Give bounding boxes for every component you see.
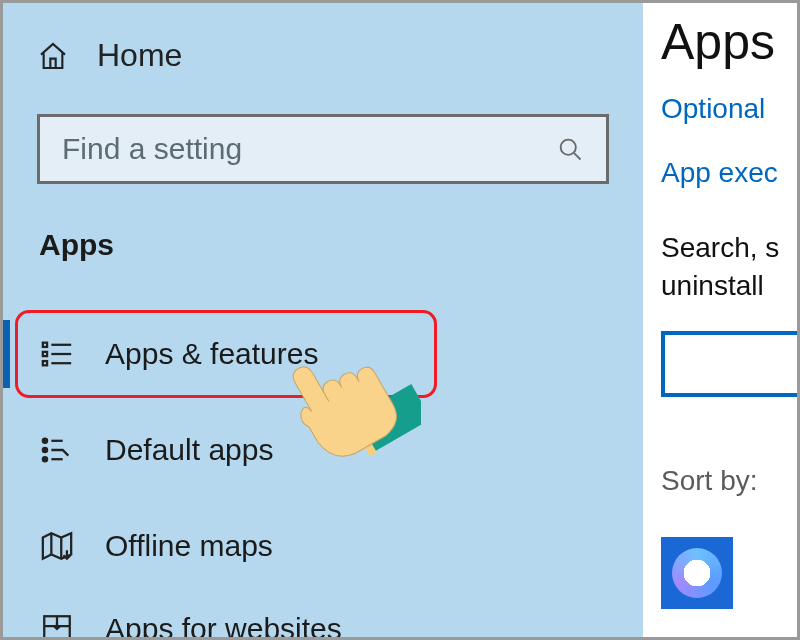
sidebar-item-label: Offline maps: [105, 529, 273, 563]
svg-point-8: [43, 439, 47, 443]
svg-point-11: [43, 457, 47, 461]
app-list-item[interactable]: [661, 537, 733, 609]
sidebar-item-apps-features[interactable]: Apps & features: [3, 306, 643, 402]
sidebar: Home Find a setting Apps: [3, 3, 643, 637]
sidebar-section-title: Apps: [39, 228, 643, 262]
app-search-input[interactable]: [661, 331, 800, 397]
link-optional-features[interactable]: Optional: [661, 93, 797, 125]
svg-line-1: [574, 153, 580, 159]
sidebar-item-label: Apps for websites: [105, 612, 342, 640]
home-icon: [37, 40, 69, 72]
search-placeholder: Find a setting: [62, 132, 242, 166]
offline-maps-icon: [39, 528, 75, 564]
apps-for-websites-icon: [39, 611, 75, 640]
default-apps-icon: [39, 432, 75, 468]
content-pane: Apps Optional App exec Search, s uninsta…: [643, 3, 797, 637]
svg-rect-4: [43, 352, 47, 356]
search-input[interactable]: Find a setting: [37, 114, 609, 184]
page-title: Apps: [661, 13, 797, 71]
search-icon: [556, 135, 584, 163]
sidebar-item-default-apps[interactable]: Default apps: [3, 402, 643, 498]
sidebar-item-label: Default apps: [105, 433, 273, 467]
sidebar-home-label: Home: [97, 37, 182, 74]
content-body-text: Search, s uninstall: [661, 229, 797, 305]
apps-features-icon: [39, 336, 75, 372]
sidebar-nav: Apps & features Default apps: [3, 306, 643, 640]
content-body-line2: uninstall: [661, 270, 764, 301]
sidebar-home[interactable]: Home: [3, 3, 643, 74]
svg-rect-2: [43, 343, 47, 347]
sidebar-item-label: Apps & features: [105, 337, 318, 371]
sort-by-label[interactable]: Sort by:: [661, 465, 797, 497]
content-body-line1: Search, s: [661, 232, 779, 263]
svg-rect-6: [43, 361, 47, 365]
sidebar-item-apps-for-websites[interactable]: Apps for websites: [3, 594, 643, 640]
settings-window: Home Find a setting Apps: [0, 0, 800, 640]
link-app-execution-aliases[interactable]: App exec: [661, 157, 797, 189]
chromium-icon: [672, 548, 722, 598]
sidebar-item-offline-maps[interactable]: Offline maps: [3, 498, 643, 594]
svg-point-0: [561, 140, 576, 155]
svg-point-10: [43, 448, 47, 452]
